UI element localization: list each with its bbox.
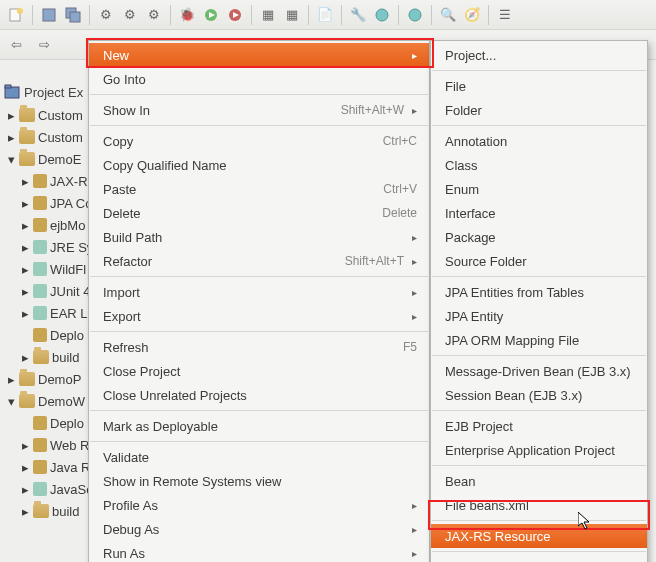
menu-item[interactable]: DeleteDelete (89, 201, 429, 225)
menu-item[interactable]: Interface (431, 201, 647, 225)
tree-item[interactable]: ▸build (6, 346, 90, 368)
twisty-icon[interactable]: ▸ (20, 440, 30, 450)
menu-item[interactable]: JAX-RS Resource (431, 524, 647, 548)
tool-icon[interactable]: 🔍 (438, 5, 458, 25)
forward-icon[interactable]: ⇨ (34, 35, 54, 55)
menu-item[interactable]: Validate (89, 445, 429, 469)
menu-item[interactable]: Copy Qualified Name (89, 153, 429, 177)
menu-item[interactable]: Bean (431, 469, 647, 493)
twisty-icon[interactable]: ▸ (20, 286, 30, 296)
back-icon[interactable]: ⇦ (6, 35, 26, 55)
menu-item[interactable]: RefreshF5 (89, 335, 429, 359)
menu-item[interactable]: Session Bean (EJB 3.x) (431, 383, 647, 407)
browser-icon[interactable] (372, 5, 392, 25)
twisty-icon[interactable]: ▸ (20, 462, 30, 472)
menu-item[interactable]: Enum (431, 177, 647, 201)
menu-item[interactable]: Go Into (89, 67, 429, 91)
twisty-icon[interactable]: ▸ (20, 220, 30, 230)
tree-item[interactable]: ▸JavaSc (6, 478, 90, 500)
twisty-icon[interactable]: ▸ (6, 110, 16, 120)
menu-item[interactable]: JPA ORM Mapping File (431, 328, 647, 352)
twisty-icon[interactable]: ▸ (20, 264, 30, 274)
menu-item[interactable]: Project... (431, 43, 647, 67)
menu-item[interactable]: Mark as Deployable (89, 414, 429, 438)
menu-item[interactable]: Close Unrelated Projects (89, 383, 429, 407)
twisty-icon[interactable]: ▸ (20, 308, 30, 318)
menu-item[interactable]: Enterprise Application Project (431, 438, 647, 462)
twisty-icon[interactable]: ▾ (6, 396, 16, 406)
twisty-icon[interactable] (20, 330, 30, 340)
menu-item[interactable]: Show InShift+Alt+W▸ (89, 98, 429, 122)
menu-item[interactable]: RefactorShift+Alt+T▸ (89, 249, 429, 273)
twisty-icon[interactable]: ▸ (20, 506, 30, 516)
tree-item[interactable]: Deplo (6, 412, 90, 434)
tree-item[interactable]: ▸build (6, 500, 90, 522)
tree-item[interactable]: ▸ejbMo (6, 214, 90, 236)
tool-icon[interactable]: ⚙ (96, 5, 116, 25)
tree-item[interactable]: ▸Custom (6, 126, 90, 148)
twisty-icon[interactable]: ▸ (20, 198, 30, 208)
menu-item[interactable]: Folder (431, 98, 647, 122)
new-submenu[interactable]: Project...FileFolderAnnotationClassEnumI… (430, 40, 648, 562)
menu-item[interactable]: Class (431, 153, 647, 177)
menu-item[interactable]: Profile As▸ (89, 493, 429, 517)
menu-item[interactable]: New▸ (89, 43, 429, 67)
project-tree[interactable]: ▸Custom▸Custom▾DemoE▸JAX-RS▸JPA Co▸ejbMo… (6, 104, 90, 522)
tree-item[interactable]: Deplo (6, 324, 90, 346)
browser-icon[interactable] (405, 5, 425, 25)
twisty-icon[interactable]: ▸ (20, 176, 30, 186)
menu-item[interactable]: JPA Entities from Tables (431, 280, 647, 304)
menu-item[interactable]: Show in Remote Systems view (89, 469, 429, 493)
menu-item[interactable]: Source Folder (431, 249, 647, 273)
tool-icon[interactable]: ⚙ (144, 5, 164, 25)
tree-item[interactable]: ▸Web R (6, 434, 90, 456)
tree-item[interactable]: ▸Custom (6, 104, 90, 126)
menu-item[interactable]: Run As▸ (89, 541, 429, 562)
menu-item[interactable]: File (431, 74, 647, 98)
tree-item[interactable]: ▾DemoW (6, 390, 90, 412)
menu-item[interactable]: Debug As▸ (89, 517, 429, 541)
twisty-icon[interactable]: ▸ (6, 374, 16, 384)
new-icon[interactable] (6, 5, 26, 25)
twisty-icon[interactable]: ▾ (6, 154, 16, 164)
run-icon[interactable] (201, 5, 221, 25)
tree-item[interactable]: ▸DemoP (6, 368, 90, 390)
menu-item[interactable]: Import▸ (89, 280, 429, 304)
menu-item[interactable]: File beans.xml (431, 493, 647, 517)
twisty-icon[interactable]: ▸ (20, 352, 30, 362)
tool-icon[interactable]: 🔧 (348, 5, 368, 25)
menu-item[interactable]: Example... (431, 555, 647, 562)
save-all-icon[interactable] (63, 5, 83, 25)
tool-icon[interactable]: ▦ (282, 5, 302, 25)
tree-item[interactable]: ▾DemoE (6, 148, 90, 170)
tree-item[interactable]: ▸Java R (6, 456, 90, 478)
run-ext-icon[interactable] (225, 5, 245, 25)
tree-item[interactable]: ▸WildFl (6, 258, 90, 280)
menu-item[interactable]: JPA Entity (431, 304, 647, 328)
menu-item[interactable]: Annotation (431, 129, 647, 153)
tool-icon[interactable]: ▦ (258, 5, 278, 25)
debug-icon[interactable]: 🐞 (177, 5, 197, 25)
tool-icon[interactable]: ⚙ (120, 5, 140, 25)
menu-item[interactable]: Close Project (89, 359, 429, 383)
menu-item[interactable]: Build Path▸ (89, 225, 429, 249)
new-server-icon[interactable]: 📄 (315, 5, 335, 25)
context-menu[interactable]: New▸Go IntoShow InShift+Alt+W▸CopyCtrl+C… (88, 40, 430, 562)
tool-icon[interactable]: ☰ (495, 5, 515, 25)
tree-item[interactable]: ▸JUnit 4 (6, 280, 90, 302)
tree-item[interactable]: ▸JAX-RS (6, 170, 90, 192)
tool-icon[interactable]: 🧭 (462, 5, 482, 25)
menu-item[interactable]: Package (431, 225, 647, 249)
tree-item[interactable]: ▸JRE Sy (6, 236, 90, 258)
tree-item[interactable]: ▸JPA Co (6, 192, 90, 214)
menu-item[interactable]: Export▸ (89, 304, 429, 328)
menu-item[interactable]: CopyCtrl+C (89, 129, 429, 153)
twisty-icon[interactable]: ▸ (6, 132, 16, 142)
twisty-icon[interactable]: ▸ (20, 484, 30, 494)
menu-item[interactable]: EJB Project (431, 414, 647, 438)
twisty-icon[interactable] (20, 418, 30, 428)
menu-item[interactable]: Message-Driven Bean (EJB 3.x) (431, 359, 647, 383)
menu-item[interactable]: PasteCtrl+V (89, 177, 429, 201)
twisty-icon[interactable]: ▸ (20, 242, 30, 252)
save-icon[interactable] (39, 5, 59, 25)
